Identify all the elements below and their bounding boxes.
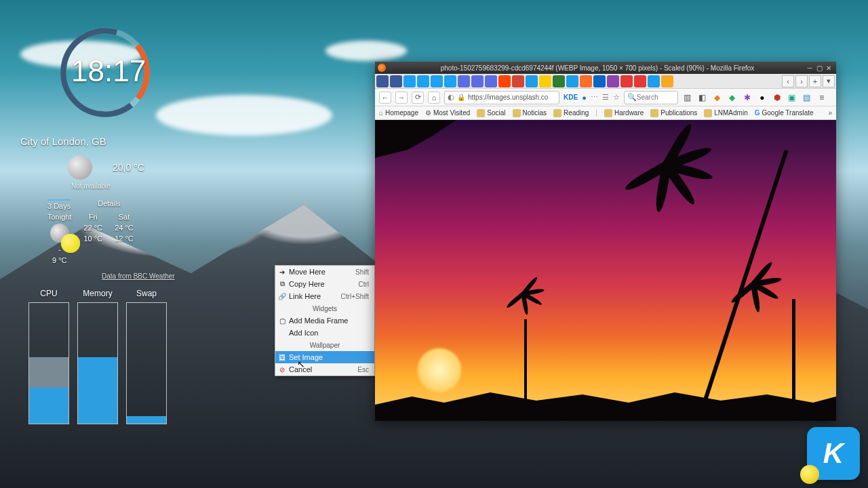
- pinned-tab-14[interactable]: [566, 75, 578, 87]
- ext-icon-5[interactable]: ⬢: [772, 92, 783, 103]
- pinned-tab-17[interactable]: [607, 75, 619, 87]
- bookmark-social[interactable]: Social: [477, 109, 505, 117]
- window-title: photo-1502759683299-cdcd6974244f (WEBP I…: [390, 64, 805, 72]
- tab-overflow-button[interactable]: ▾: [823, 75, 835, 87]
- window-minimize[interactable]: ─: [805, 64, 814, 72]
- search-input[interactable]: [637, 94, 675, 101]
- bookmark-google-translate[interactable]: GGoogle Translate: [755, 109, 814, 117]
- pinned-tab-2[interactable]: [403, 75, 416, 87]
- url-bar[interactable]: ◐ 🔒: [444, 91, 559, 104]
- translate-icon: G: [755, 109, 760, 117]
- sysmon-swap: Swap: [126, 289, 167, 424]
- weather-location: City of London, GB: [20, 136, 190, 147]
- weather-tab-details[interactable]: Details: [98, 199, 121, 210]
- window-close[interactable]: ✕: [824, 64, 833, 72]
- home-button[interactable]: ⌂: [428, 92, 440, 104]
- folder-icon: [604, 109, 612, 117]
- ext-icon-3[interactable]: ✱: [742, 92, 753, 103]
- gear-icon: ⚙: [425, 109, 431, 117]
- tab-strip[interactable]: ‹ › + ▾: [375, 74, 836, 89]
- pinned-tab-7[interactable]: [471, 75, 484, 87]
- bookmark-homepage[interactable]: ⌂Homepage: [379, 109, 418, 117]
- home-icon: ⌂: [379, 109, 383, 117]
- bookmark-publications[interactable]: Publications: [650, 109, 697, 117]
- weather-day-sat: Sat 24 °C 12 °C: [115, 213, 134, 264]
- pinned-tab-0[interactable]: [376, 75, 389, 87]
- back-button[interactable]: ←: [379, 92, 391, 104]
- weather-now-status: Not available: [71, 182, 190, 190]
- pinned-tab-16[interactable]: [593, 75, 606, 87]
- pinned-tab-4[interactable]: [431, 75, 443, 87]
- reload-button[interactable]: ⟳: [412, 92, 424, 104]
- firefox-icon: [378, 64, 386, 72]
- bookmark-star-icon[interactable]: ☆: [613, 93, 620, 102]
- bookmark-lnmadmin[interactable]: LNMAdmin: [704, 109, 747, 117]
- bookmark-hardware[interactable]: Hardware: [604, 109, 644, 117]
- tab-scroll-right[interactable]: ›: [795, 75, 808, 87]
- pinned-tab-9[interactable]: [498, 75, 511, 87]
- search-icon: 🔍: [627, 93, 637, 102]
- menu-cancel[interactable]: ⊘CancelEsc: [275, 363, 374, 375]
- menu-add-icon[interactable]: Add Icon: [275, 327, 374, 339]
- more-actions-icon[interactable]: ⋯: [591, 93, 598, 102]
- weather-attribution[interactable]: Data from BBC Weather: [102, 272, 190, 280]
- pinned-tab-13[interactable]: [553, 75, 565, 87]
- ext-icon-1[interactable]: ◆: [712, 92, 723, 103]
- pinned-tab-8[interactable]: [485, 75, 497, 87]
- weather-widget: City of London, GB 20,0 °C Not available…: [20, 136, 190, 280]
- lock-icon: 🔒: [457, 94, 465, 101]
- sysmon-cpu: CPU: [28, 289, 69, 424]
- pinned-tab-10[interactable]: [512, 75, 524, 87]
- firefox-window: photo-1502759683299-cdcd6974244f (WEBP I…: [375, 62, 836, 421]
- clock-time: 18:17: [71, 54, 146, 88]
- clock-widget: 18:17: [31, 37, 139, 105]
- menu-set-image[interactable]: 🖼Set Image: [275, 351, 374, 363]
- bookmarks-overflow[interactable]: »: [828, 109, 832, 117]
- ext-icon-7[interactable]: ▤: [802, 92, 812, 103]
- pinned-tab-12[interactable]: [539, 75, 551, 87]
- pinned-tab-3[interactable]: [417, 75, 429, 87]
- folder-icon: [513, 109, 521, 117]
- search-bar[interactable]: 🔍: [624, 91, 678, 104]
- pinned-tab-19[interactable]: [634, 75, 646, 87]
- folder-icon: [650, 109, 658, 117]
- tab-scroll-left[interactable]: ‹: [782, 75, 794, 87]
- nav-toolbar: ← → ⟳ ⌂ ◐ 🔒 KDE ● ⋯ ☰ ☆ 🔍 ▥ ◧ ◆ ◆ ✱ ● ⬢ …: [375, 89, 836, 106]
- pinned-tab-21[interactable]: [661, 75, 673, 87]
- library-icon[interactable]: ▥: [682, 92, 693, 103]
- weather-day-fri: Fri 22 °C 10 °C: [83, 213, 102, 264]
- pinned-tab-11[interactable]: [526, 75, 538, 87]
- url-input[interactable]: [468, 94, 556, 101]
- window-maximize[interactable]: ▢: [814, 64, 824, 72]
- bookmark-reading[interactable]: Reading: [553, 109, 589, 117]
- shield-icon: ◐: [448, 93, 454, 102]
- bookmark-noticias[interactable]: Noticias: [513, 109, 547, 117]
- pinned-tab-18[interactable]: [620, 75, 633, 87]
- menu-add-media-frame[interactable]: ▢Add Media Frame: [275, 314, 374, 327]
- reader-icon[interactable]: ☰: [602, 93, 609, 102]
- ext-icon-4[interactable]: ●: [757, 92, 768, 103]
- pinned-tab-20[interactable]: [648, 75, 660, 87]
- ext-icon-6[interactable]: ▣: [787, 92, 797, 103]
- pinned-tab-5[interactable]: [444, 75, 456, 87]
- link-icon: 🔗: [278, 292, 286, 300]
- pinned-tab-6[interactable]: [458, 75, 470, 87]
- menu-copy-here[interactable]: ⧉Copy HereCtrl: [275, 278, 374, 290]
- forward-button[interactable]: →: [395, 92, 408, 104]
- frame-icon: ▢: [278, 317, 286, 325]
- sidebar-icon[interactable]: ◧: [697, 92, 708, 103]
- menu-move-here[interactable]: ➔Move HereShift: [275, 266, 374, 278]
- weather-tab-3days[interactable]: 3 Days: [47, 199, 71, 210]
- ext-icon-2[interactable]: ◆: [727, 92, 738, 103]
- kde-integration-badge[interactable]: KDE: [564, 94, 578, 101]
- bookmark-most-visited[interactable]: ⚙Most Visited: [425, 109, 470, 117]
- menu-link-here[interactable]: 🔗Link HereCtrl+Shift: [275, 290, 374, 302]
- hamburger-menu[interactable]: ≡: [816, 92, 827, 103]
- pinned-tab-15[interactable]: [580, 75, 592, 87]
- browser-viewport[interactable]: [375, 120, 836, 421]
- weather-now-icon: [68, 155, 92, 180]
- window-titlebar[interactable]: photo-1502759683299-cdcd6974244f (WEBP I…: [375, 62, 836, 74]
- pinned-tab-1[interactable]: [390, 75, 402, 87]
- new-tab-button[interactable]: +: [809, 75, 821, 87]
- weather-now-temp: 20,0 °C: [113, 162, 144, 173]
